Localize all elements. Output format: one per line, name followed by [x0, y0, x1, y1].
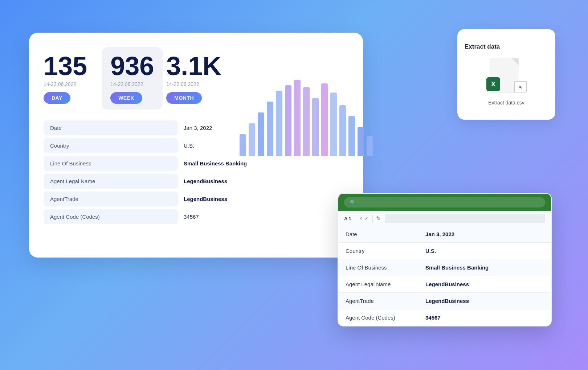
chart-bar-12 — [348, 116, 355, 156]
row-label: Agent Legal Name — [44, 174, 178, 189]
ss-row-value: U.S. — [425, 248, 544, 254]
ss-row-label: Agent Legal Name — [346, 281, 425, 287]
row-value: LegendBusiness — [184, 178, 227, 184]
row-value: Small Business Banking — [184, 160, 247, 166]
stat-week-date: 14-22.06.2022 — [110, 81, 143, 87]
stat-day-date: 14-22.06.2022 — [44, 81, 76, 87]
analytics-card: 135 14-22.06.2022 DAY 936 14-22.06.2022 … — [29, 33, 363, 258]
extract-card: Extract data X a, Extract data.csv — [457, 29, 555, 120]
stat-day-number: 135 — [44, 53, 87, 79]
spreadsheet-row: Agent Code (Codes)34567 — [338, 309, 551, 326]
ss-row-value: LegendBusiness — [425, 281, 544, 287]
stat-month-date: 14-22.06.2022 — [166, 81, 199, 87]
week-button[interactable]: WEEK — [110, 92, 142, 104]
ss-row-label: Line Of Business — [346, 264, 425, 271]
spreadsheet-row: DateJan 3, 2022 — [338, 226, 551, 243]
spreadsheet-card: 🔍 A 1 × ✓ fx DateJan 3, 2022CountryU.S.L… — [338, 193, 552, 326]
formula-input[interactable] — [385, 214, 545, 223]
spreadsheet-row: AgentTradeLegendBusiness — [338, 293, 551, 309]
cell-reference: A 1 — [344, 216, 355, 221]
day-button[interactable]: DAY — [44, 92, 70, 104]
table-row: Line Of BusinessSmall Business Banking — [44, 156, 348, 171]
extract-card-title: Extract data — [465, 43, 500, 50]
stat-week: 936 14-22.06.2022 WEEK — [102, 47, 163, 110]
chart-bar-8 — [312, 98, 319, 156]
row-label: Date — [44, 120, 178, 135]
chart-bar-4 — [276, 91, 282, 156]
chart-bar-11 — [339, 105, 346, 156]
table-row: Agent Legal NameLegendBusiness — [44, 174, 348, 189]
stat-month-number: 3.1K — [166, 53, 221, 79]
chart-bar-2 — [258, 112, 264, 156]
bar-chart — [240, 76, 348, 156]
file-icon: X a, — [490, 58, 523, 94]
row-label: Country — [44, 138, 178, 153]
chart-bar-6 — [294, 80, 301, 156]
excel-badge: X — [486, 77, 500, 91]
csv-badge: a, — [514, 81, 527, 92]
chart-bar-14 — [367, 136, 373, 156]
chart-bar-10 — [330, 92, 337, 156]
confirm-formula-icon[interactable]: ✓ — [364, 215, 369, 221]
row-value: Jan 3, 2022 — [184, 125, 212, 131]
spreadsheet-row: Line Of BusinessSmall Business Banking — [338, 259, 551, 276]
row-label: AgentTrade — [44, 192, 178, 206]
row-value: U.S. — [184, 143, 194, 149]
spreadsheet-body: DateJan 3, 2022CountryU.S.Line Of Busine… — [338, 226, 551, 326]
chart-bar-3 — [267, 102, 273, 156]
ss-row-label: Date — [346, 231, 425, 237]
chart-bar-0 — [240, 134, 246, 156]
search-bar[interactable]: 🔍 — [344, 197, 545, 207]
ss-row-value: LegendBusiness — [425, 298, 544, 304]
row-value: LegendBusiness — [184, 196, 227, 202]
row-label: Line Of Business — [44, 156, 178, 171]
fx-icon: fx — [376, 215, 380, 221]
extract-filename: Extract data.csv — [488, 100, 524, 106]
table-row: AgentTradeLegendBusiness — [44, 192, 348, 206]
ss-row-label: Country — [346, 248, 425, 254]
month-button[interactable]: MONTH — [166, 92, 202, 104]
cancel-formula-icon[interactable]: × — [359, 215, 362, 221]
search-icon: 🔍 — [350, 200, 356, 205]
formula-controls: × ✓ fx — [359, 215, 380, 222]
ss-row-value: 34567 — [425, 314, 544, 321]
ss-row-value: Small Business Banking — [425, 264, 544, 271]
ss-row-value: Jan 3, 2022 — [425, 231, 544, 237]
spreadsheet-header: 🔍 — [338, 194, 551, 211]
row-label: Agent Code (Codes) — [44, 209, 178, 224]
chart-bar-1 — [249, 123, 255, 156]
formula-separator — [372, 215, 373, 222]
ss-row-label: AgentTrade — [346, 298, 425, 304]
spreadsheet-row: CountryU.S. — [338, 243, 551, 259]
stat-month: 3.1K 14-22.06.2022 MONTH — [166, 47, 232, 110]
stat-week-number: 936 — [110, 53, 154, 79]
table-row: Agent Code (Codes)34567 — [44, 209, 348, 224]
ss-row-label: Agent Code (Codes) — [346, 314, 425, 321]
row-value: 34567 — [184, 214, 199, 220]
chart-bar-9 — [321, 83, 328, 156]
stat-day: 135 14-22.06.2022 DAY — [44, 47, 98, 110]
spreadsheet-row: Agent Legal NameLegendBusiness — [338, 276, 551, 293]
chart-bar-7 — [303, 87, 310, 156]
chart-bar-13 — [358, 127, 364, 156]
chart-bar-5 — [285, 85, 291, 156]
formula-bar: A 1 × ✓ fx — [338, 211, 551, 226]
